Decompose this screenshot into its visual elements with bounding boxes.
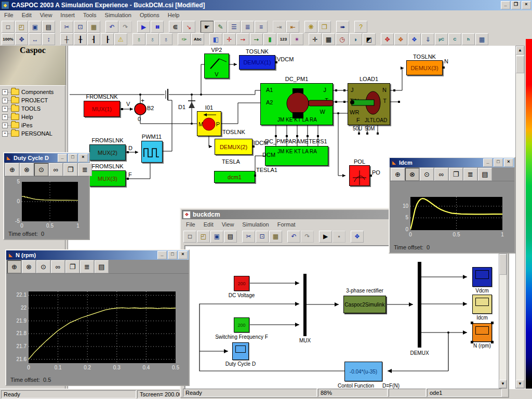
expand-icon[interactable]: + xyxy=(2,89,8,95)
restore-button[interactable]: ❐ xyxy=(511,1,521,9)
sim-block-nrpm-scope[interactable] xyxy=(472,323,492,342)
block-vp2[interactable]: V xyxy=(204,54,229,78)
menu-item[interactable]: Format xyxy=(273,220,300,229)
print-icon[interactable]: ▤ xyxy=(478,168,492,181)
save-icon[interactable]: ▣ xyxy=(210,231,223,243)
zoom-fit-icon[interactable]: ✥ xyxy=(15,33,28,45)
globe-copy-icon[interactable]: ♁ xyxy=(146,33,159,45)
menu-item[interactable]: Options xyxy=(136,11,164,19)
sim-export-icon[interactable]: ❖ xyxy=(408,33,421,45)
scroll-thumb[interactable] xyxy=(516,56,524,73)
expand-icon[interactable]: + xyxy=(2,114,8,120)
paste-icon[interactable]: ▦ xyxy=(269,231,282,243)
zoom-out-icon[interactable]: ⊗ xyxy=(22,260,36,273)
block-demux3[interactable]: DEMUX(3) xyxy=(406,60,443,75)
stop-icon[interactable]: ▪ xyxy=(332,231,345,243)
sim-block-dc-voltage[interactable]: 200 xyxy=(234,276,249,291)
minimize-button[interactable]: _ xyxy=(483,158,493,167)
selection-handle[interactable] xyxy=(491,322,494,324)
sheet-new-icon[interactable]: ❋ xyxy=(304,21,317,33)
copy-icon[interactable]: ⊡ xyxy=(74,21,87,33)
chip-c-icon[interactable]: C xyxy=(448,33,461,45)
block-dc-pm1[interactable]: A1 A2 J T W JM KE KT LA RA xyxy=(260,83,333,125)
scroll-down-icon[interactable]: ▼ xyxy=(499,380,507,388)
expand-icon[interactable]: + xyxy=(2,106,8,112)
menu-item[interactable]: View xyxy=(218,220,238,229)
list-indent-icon[interactable]: ≣ xyxy=(241,21,254,33)
numbers-icon[interactable]: 123 xyxy=(277,33,290,45)
tree-item[interactable]: + PROJECT xyxy=(0,96,65,104)
crosshair-icon[interactable]: ✛ xyxy=(309,33,322,45)
scope-titlebar[interactable]: ◣ N (rpm) _ □ × xyxy=(6,250,189,260)
block-mux3[interactable]: MUX(3) xyxy=(89,170,126,187)
find-icon[interactable]: ∞ xyxy=(49,163,63,176)
library-icon[interactable]: ❖ xyxy=(351,231,364,243)
legend-icon[interactable]: ≣ xyxy=(78,163,92,176)
find-icon[interactable]: ∞ xyxy=(51,260,65,273)
block-io-icon[interactable]: ▮ xyxy=(263,33,276,45)
paste-icon[interactable]: ▦ xyxy=(87,21,100,33)
run-icon[interactable]: ▶ xyxy=(319,231,332,243)
sheet-lock-icon[interactable]: ❐ xyxy=(318,21,331,33)
globe-link-icon[interactable]: ♁ xyxy=(159,33,172,45)
run-icon[interactable]: ▶ xyxy=(137,21,150,33)
menu-item[interactable]: Simulation xyxy=(101,11,136,19)
minimize-button[interactable]: _ xyxy=(58,154,67,162)
close-button[interactable]: × xyxy=(178,251,188,259)
window-zoom-icon[interactable]: ✥ xyxy=(381,33,394,45)
maximize-button[interactable]: □ xyxy=(494,158,503,167)
scope-window-nrpm[interactable]: ◣ N (rpm) _ □ × ⊕⊗⊙∞❐≣▤ Time offset: 0.5… xyxy=(5,249,190,386)
menu-item[interactable]: Edit xyxy=(18,11,36,19)
main-vscrollbar[interactable]: ▲ ▼ xyxy=(515,46,525,389)
tree-item[interactable]: + PERSONAL xyxy=(0,129,65,138)
selection-handle[interactable] xyxy=(471,322,473,324)
block-demux2[interactable]: DEMUX(2) xyxy=(215,139,252,155)
scope-titlebar[interactable]: ◣ Idcm _ □ × xyxy=(390,158,514,167)
clock-icon[interactable]: ◷ xyxy=(336,33,349,45)
block-color-icon[interactable]: ◧ xyxy=(209,33,222,45)
print-icon[interactable]: ▤ xyxy=(95,260,109,273)
block-pol[interactable] xyxy=(349,165,370,186)
scope-window-idcm[interactable]: ◣ Idcm _ □ × ⊕⊗⊙∞❐≣▤ Time offset: 0 0510… xyxy=(389,157,515,254)
find-icon[interactable]: ∞ xyxy=(434,168,448,181)
redo-icon[interactable]: ↷ xyxy=(119,21,132,33)
open-icon[interactable]: ◰ xyxy=(15,21,28,33)
list-bullet-icon[interactable]: ☰ xyxy=(228,21,241,33)
help-icon[interactable]: ? xyxy=(354,21,367,33)
palette-icon[interactable]: ❖ xyxy=(394,33,407,45)
export-icon[interactable]: ❐ xyxy=(65,260,79,273)
pan-icon[interactable]: ☛ xyxy=(201,21,214,33)
block-pwm11[interactable] xyxy=(141,141,163,163)
menu-item[interactable]: Edit xyxy=(200,220,218,229)
menu-item[interactable]: Insert xyxy=(56,11,79,19)
zoom-out-icon[interactable]: ⊗ xyxy=(20,163,34,176)
scroll-down-icon[interactable]: ▼ xyxy=(516,380,524,388)
block-mux2[interactable]: MUX(2) xyxy=(89,144,126,161)
tree-item[interactable]: + Help xyxy=(0,113,65,121)
zoom-height-icon[interactable]: ↕ xyxy=(42,33,55,45)
list-outline-icon[interactable]: ≡ xyxy=(255,21,268,33)
globe-export-icon[interactable]: ♁ xyxy=(132,33,145,45)
simulink-canvas[interactable]: 200 DC Voltage 200 Switching Frequency F… xyxy=(184,245,500,390)
legend-icon[interactable]: ≣ xyxy=(463,168,477,181)
zoom-in-icon[interactable]: ⊕ xyxy=(391,168,405,181)
menu-item[interactable]: Help xyxy=(164,11,184,19)
legend-icon[interactable]: ≣ xyxy=(80,260,94,273)
pin-right-icon[interactable]: ┠ xyxy=(101,33,114,45)
table-icon[interactable]: ▦ xyxy=(475,33,488,45)
expand-icon[interactable]: + xyxy=(2,123,8,128)
export-icon[interactable]: ❐ xyxy=(63,163,77,176)
expand-icon[interactable]: + xyxy=(2,131,8,137)
warning-icon[interactable]: ⚠ xyxy=(114,33,127,45)
scroll-up-icon[interactable]: ▲ xyxy=(516,46,524,55)
tree-item[interactable]: + iPes xyxy=(0,121,65,129)
wand-icon[interactable]: ✴ xyxy=(290,33,303,45)
block-export-icon[interactable]: ➠ xyxy=(336,21,349,33)
minimize-button[interactable]: _ xyxy=(157,251,167,259)
menu-item[interactable]: File xyxy=(182,220,200,229)
maximize-button[interactable]: □ xyxy=(168,251,177,259)
print-icon[interactable]: ▤ xyxy=(224,231,237,243)
tree-item[interactable]: + TOOLS xyxy=(0,104,65,113)
main-titlebar[interactable]: ◆ CASPOC 2003 A Simulation Experience - … xyxy=(0,0,532,10)
minimize-button[interactable]: _ xyxy=(501,1,510,9)
